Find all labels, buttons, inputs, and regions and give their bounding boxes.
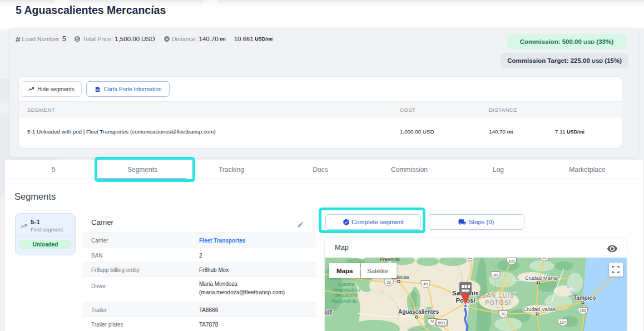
svg-text:Mapa: Mapa — [336, 268, 353, 274]
svg-text:Fresnillo: Fresnillo — [380, 258, 400, 262]
svg-text:SAN LUIS: SAN LUIS — [482, 293, 514, 299]
svg-text:Satélite: Satélite — [367, 268, 388, 274]
svg-text:23: 23 — [387, 280, 391, 284]
svg-text:del Distrito: del Distrito — [335, 293, 358, 298]
svg-text:80: 80 — [493, 273, 498, 277]
svg-text:101: 101 — [508, 259, 515, 263]
svg-text:80D: 80D — [438, 321, 445, 325]
svg-text:POTOSÍ: POTOSÍ — [485, 299, 511, 306]
svg-text:Cuenca: Cuenca — [338, 281, 354, 287]
svg-text:127: 127 — [559, 320, 566, 324]
svg-text:70: 70 — [430, 320, 434, 324]
svg-text:RIT: RIT — [325, 309, 333, 316]
svg-text:Alimentadora: Alimentadora — [331, 287, 360, 293]
svg-text:49: 49 — [423, 282, 428, 286]
svg-text:Ciudad Mante: Ciudad Mante — [525, 275, 558, 281]
svg-text:Ciudad Valles: Ciudad Valles — [523, 306, 556, 312]
svg-text:70: 70 — [501, 312, 506, 316]
svg-text:Aguascalientes: Aguascalientes — [398, 309, 439, 315]
svg-text:Tampico: Tampico — [573, 295, 596, 301]
svg-text:180: 180 — [579, 309, 586, 313]
svg-text:63: 63 — [468, 258, 472, 259]
svg-text:81: 81 — [542, 258, 547, 259]
svg-text:Nacional de...: Nacional de... — [331, 298, 361, 304]
